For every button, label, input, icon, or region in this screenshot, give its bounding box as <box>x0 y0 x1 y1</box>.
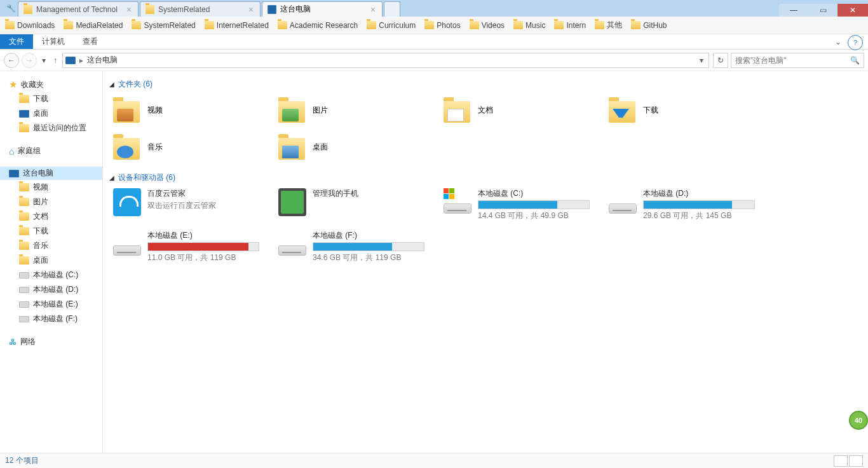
refresh-button[interactable]: ↻ <box>713 53 728 68</box>
device-item-drive-c[interactable]: 本地磁盘 (C:) 14.4 GB 可用，共 49.9 GB <box>444 188 609 224</box>
sidebar-item-desktop2[interactable]: 桌面 <box>0 253 102 268</box>
bookmark-item[interactable]: Curriculum <box>367 21 416 30</box>
computer-icon <box>65 57 76 64</box>
view-tiles-button[interactable] <box>849 455 863 467</box>
search-box[interactable]: 🔍 <box>731 53 864 68</box>
device-item-phone[interactable]: 管理我的手机 <box>278 188 444 224</box>
navigation-pane: ★收藏夹 下载 桌面 最近访问的位置 ⌂家庭组 这台电脑 视频 图片 文档 下载… <box>0 71 103 465</box>
address-dropdown-icon[interactable]: ▾ <box>697 56 706 65</box>
drive-capacity-bar <box>643 200 755 209</box>
close-icon[interactable]: × <box>126 5 132 14</box>
breadcrumb[interactable]: 这台电脑 <box>87 55 118 65</box>
collapse-icon: ◢ <box>109 81 114 88</box>
nav-up-button[interactable]: ↑ <box>51 56 60 65</box>
recent-icon <box>19 124 29 132</box>
window-tabstrip: 🔧 Management of Technol × SystemRelated … <box>0 0 868 17</box>
folder-icon <box>444 97 471 123</box>
sidebar-item-label: 最近访问的位置 <box>33 123 86 134</box>
sidebar-item-label: 本地磁盘 (C:) <box>33 270 78 280</box>
floating-badge[interactable]: 40 <box>849 411 868 430</box>
sidebar-item-downloads[interactable]: 下载 <box>0 92 102 106</box>
sidebar-item-recent[interactable]: 最近访问的位置 <box>0 121 102 135</box>
bookmark-item[interactable]: GitHub <box>631 21 667 30</box>
folder-icon <box>554 21 564 29</box>
device-item-drive-d[interactable]: 本地磁盘 (D:) 29.6 GB 可用，共 145 GB <box>609 188 774 224</box>
folder-icon <box>205 21 214 29</box>
folder-item-pictures[interactable]: 图片 <box>278 95 444 125</box>
tab-0[interactable]: Management of Technol × <box>18 1 139 17</box>
address-bar[interactable]: ▸ 这台电脑 ▾ <box>62 53 709 68</box>
bookmark-item[interactable]: InternetRelated <box>205 21 269 30</box>
device-item-drive-f[interactable]: 本地磁盘 (F:) 34.6 GB 可用，共 119 GB <box>278 230 444 266</box>
bookmark-item[interactable]: SystemRelated <box>132 21 195 30</box>
drive-label: 本地磁盘 (C:) <box>478 188 590 199</box>
sidebar-item-label: 下载 <box>33 93 48 104</box>
folder-item-music[interactable]: 音乐 <box>113 132 278 162</box>
drive-icon <box>19 287 29 293</box>
bookmark-item[interactable]: Downloads <box>5 21 55 30</box>
bookmark-item[interactable]: Videos <box>470 21 505 30</box>
menu-view[interactable]: 查看 <box>74 34 107 49</box>
sidebar-item-downloads2[interactable]: 下载 <box>0 224 102 238</box>
sidebar-item-videos[interactable]: 视频 <box>0 180 102 195</box>
window-close-button[interactable]: ✕ <box>837 4 868 17</box>
new-tab-button[interactable] <box>384 1 400 17</box>
help-button[interactable]: ? <box>848 35 863 50</box>
folder-icon <box>113 134 141 160</box>
section-devices-header[interactable]: ◢ 设备和驱动器 (6) <box>109 171 868 188</box>
folder-icon <box>367 21 376 29</box>
minimize-button[interactable]: — <box>779 4 808 17</box>
sidebar-item-label: 本地磁盘 (F:) <box>33 313 78 324</box>
search-input[interactable] <box>735 56 848 65</box>
nav-forward-button[interactable]: → <box>22 53 37 68</box>
maximize-button[interactable]: ▭ <box>808 4 837 17</box>
bookmark-item[interactable]: Photos <box>424 21 460 30</box>
bookmark-item[interactable]: 其他 <box>595 20 622 31</box>
bookmark-item[interactable]: Intern <box>554 21 586 30</box>
folder-item-downloads[interactable]: 下载 <box>609 95 774 125</box>
nav-back-button[interactable]: ← <box>4 53 19 68</box>
sidebar-network[interactable]: 🖧网络 <box>0 335 102 348</box>
sidebar-thispc[interactable]: 这台电脑 <box>0 167 102 180</box>
folder-label: 桌面 <box>313 142 328 153</box>
device-item-baidu[interactable]: 百度云管家 双击运行百度云管家 <box>113 188 278 224</box>
sidebar-item-drive-e[interactable]: 本地磁盘 (E:) <box>0 297 102 312</box>
sidebar-item-desktop[interactable]: 桌面 <box>0 106 102 121</box>
bookmark-item[interactable]: Academic Research <box>278 21 358 30</box>
menu-file[interactable]: 文件 <box>0 34 33 49</box>
sidebar-item-drive-f[interactable]: 本地磁盘 (F:) <box>0 312 102 326</box>
sidebar-item-music[interactable]: 音乐 <box>0 238 102 253</box>
menu-computer[interactable]: 计算机 <box>33 34 74 49</box>
view-details-button[interactable] <box>834 455 848 467</box>
drive-icon <box>444 188 471 214</box>
folder-item-videos[interactable]: 视频 <box>113 95 278 125</box>
bookmark-item[interactable]: MediaRelated <box>64 21 123 30</box>
device-item-drive-e[interactable]: 本地磁盘 (E:) 11.0 GB 可用，共 119 GB <box>113 230 278 266</box>
close-icon[interactable]: × <box>370 5 376 14</box>
folder-label: 文档 <box>478 105 493 116</box>
folder-item-documents[interactable]: 文档 <box>444 95 609 125</box>
sidebar-item-pictures[interactable]: 图片 <box>0 195 102 209</box>
tab-2[interactable]: 这台电脑 × <box>262 1 383 17</box>
tab-label: SystemRelated <box>158 5 210 14</box>
recent-locations-dropdown[interactable]: ▾ <box>39 56 48 65</box>
close-icon[interactable]: × <box>248 5 254 14</box>
sidebar-item-documents[interactable]: 文档 <box>0 209 102 224</box>
folder-item-desktop[interactable]: 桌面 <box>278 132 444 162</box>
search-icon[interactable]: 🔍 <box>850 56 860 65</box>
tab-1[interactable]: SystemRelated × <box>140 1 261 17</box>
ribbon-expand-icon[interactable]: ⌄ <box>829 34 848 49</box>
drive-icon <box>19 316 29 322</box>
sidebar-label: 家庭组 <box>18 146 41 156</box>
sidebar-item-label: 下载 <box>33 226 48 237</box>
bookmark-label: MediaRelated <box>76 21 123 30</box>
sidebar-favorites[interactable]: ★收藏夹 <box>0 78 102 92</box>
sidebar-homegroup[interactable]: ⌂家庭组 <box>0 144 102 158</box>
sidebar-item-drive-c[interactable]: 本地磁盘 (C:) <box>0 268 102 282</box>
bookmark-item[interactable]: Music <box>513 21 545 30</box>
bookmark-label: Intern <box>566 21 586 30</box>
drive-icon <box>19 272 29 279</box>
section-folders-header[interactable]: ◢ 文件夹 (6) <box>109 78 868 95</box>
sidebar-item-drive-d[interactable]: 本地磁盘 (D:) <box>0 282 102 297</box>
folder-icon <box>513 21 523 29</box>
